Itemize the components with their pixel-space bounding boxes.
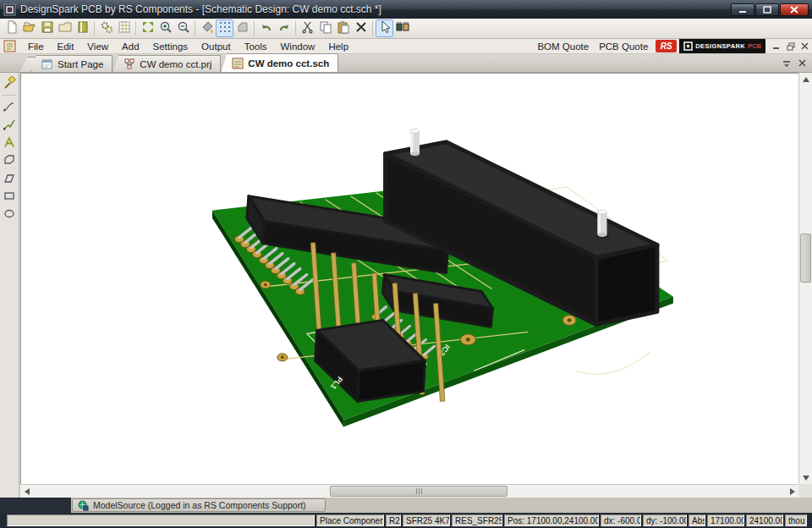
settings-gears-button[interactable] <box>97 19 115 37</box>
open-shape-tool-icon <box>3 171 16 184</box>
zoom-out-button[interactable] <box>174 19 192 37</box>
menu-window[interactable]: Window <box>274 40 322 53</box>
redo-button[interactable] <box>275 19 293 37</box>
mdi-restore-button[interactable] <box>783 41 798 52</box>
modelsource-button[interactable]: ModelSource (Logged in as RS Components … <box>72 498 326 512</box>
title-bar: DesignSpark PCB by RS Components - [Sche… <box>0 0 812 19</box>
horizontal-scroll-thumb[interactable] <box>330 486 508 497</box>
scroll-down-button[interactable] <box>799 471 812 484</box>
new-file-button[interactable] <box>3 19 20 37</box>
rectangle-tool-button[interactable] <box>1 187 18 204</box>
document-icon <box>3 40 16 52</box>
maximize-button[interactable] <box>755 3 779 16</box>
bom-quote-link[interactable]: BOM Quote <box>532 41 594 52</box>
status-dx: dx: -600.00 <box>601 514 641 526</box>
zoom-out-icon <box>177 20 190 36</box>
status-bar: Place Component R2 SFR25 4K7 RES_SFR25 P… <box>0 513 812 528</box>
menu-edit[interactable]: Edit <box>51 40 81 53</box>
thumb-grip <box>416 488 417 494</box>
close-button[interactable] <box>780 3 809 16</box>
tab-start-page[interactable]: Start Page <box>30 55 112 72</box>
scroll-right-button[interactable] <box>786 485 798 498</box>
scrollbar-corner <box>798 484 812 498</box>
tab-scroll-menu-button[interactable] <box>780 57 793 69</box>
tab-close-button[interactable] <box>796 57 809 69</box>
delete-button[interactable] <box>352 19 370 37</box>
library-icon <box>76 20 90 36</box>
scroll-left-button[interactable] <box>20 485 33 498</box>
status-ref: R2 <box>386 514 401 526</box>
text-tool-button[interactable] <box>1 134 18 151</box>
tab-project[interactable]: CW demo cct.prj <box>112 55 221 72</box>
tab-label: Start Page <box>58 59 103 69</box>
polyline-tool-button[interactable] <box>1 116 18 133</box>
grid-dots-icon <box>218 20 232 36</box>
tab-label: CW demo cct.sch <box>248 58 329 69</box>
paste-button[interactable] <box>334 19 352 37</box>
thumb-grip <box>419 488 420 494</box>
cut-button[interactable] <box>299 19 316 37</box>
designspark-logo: DESIGNSPARKPCB <box>679 39 765 53</box>
toolbar-separator <box>195 21 195 36</box>
library-button[interactable] <box>74 19 91 37</box>
zoom-in-button[interactable] <box>156 19 174 37</box>
schematic-icon <box>232 58 244 69</box>
status-abs-label: Abs <box>689 514 705 526</box>
polygon-tool-button[interactable] <box>1 151 18 168</box>
status-position: Pos: 17100.00,24100.00 <box>504 514 599 526</box>
select-pointer-button[interactable] <box>376 19 393 37</box>
minimize-button[interactable] <box>731 3 754 16</box>
ellipse-tool-button[interactable] <box>1 205 18 222</box>
undo-button[interactable] <box>257 19 275 37</box>
menu-add[interactable]: Add <box>115 40 145 53</box>
brand-text: DESIGNSPARK <box>695 42 745 50</box>
horizontal-scrollbar[interactable] <box>20 484 798 498</box>
mdi-minimize-button[interactable] <box>769 41 783 52</box>
close-file-button[interactable] <box>56 19 74 37</box>
toolbar-separator <box>254 21 255 36</box>
menu-output[interactable]: Output <box>195 40 238 53</box>
text-tool-icon <box>3 135 16 149</box>
vertical-scroll-thumb[interactable] <box>800 234 811 283</box>
connection-tool-button[interactable] <box>1 98 18 115</box>
save-button[interactable] <box>38 19 56 37</box>
start-page-icon <box>41 58 53 70</box>
menu-help[interactable]: Help <box>321 40 355 53</box>
grid-toggle-button[interactable] <box>216 19 233 37</box>
connection-tool-icon <box>3 100 16 113</box>
menu-view[interactable]: View <box>80 40 115 53</box>
polygon-tool-icon <box>3 153 16 167</box>
pointer-icon <box>378 20 392 36</box>
brand-sub-text: PCB <box>748 42 761 50</box>
design-grid-icon <box>118 20 131 36</box>
scroll-up-button[interactable] <box>799 73 812 85</box>
close-file-icon <box>58 20 72 36</box>
project-icon <box>123 58 135 70</box>
undo-icon <box>260 20 273 36</box>
status-mode: Place Component <box>316 514 384 526</box>
mitre-corner-button[interactable] <box>233 19 251 37</box>
design-grid-button[interactable] <box>115 19 133 37</box>
design-canvas[interactable]: IC2 <box>20 73 798 484</box>
status-abs-y: 24100.00 <box>746 514 783 526</box>
zoom-full-button[interactable] <box>139 19 156 37</box>
tab-schematic[interactable]: CW demo cct.sch <box>221 53 338 72</box>
vertical-scrollbar[interactable] <box>798 73 812 484</box>
highlight-tool-button[interactable] <box>1 74 18 91</box>
delete-x-icon <box>354 20 368 36</box>
menu-tools[interactable]: Tools <box>238 40 274 53</box>
mitre-corner-icon <box>236 20 250 36</box>
component-view-button[interactable] <box>393 19 411 37</box>
app-icon <box>3 3 16 16</box>
pcb-quote-link[interactable]: PCB Quote <box>594 41 653 52</box>
status-units: thou <box>785 514 807 526</box>
fill-color-button[interactable] <box>198 19 216 37</box>
copy-button[interactable] <box>316 19 334 37</box>
open-shape-tool-button[interactable] <box>1 169 18 186</box>
rectangle-tool-icon <box>3 189 16 202</box>
mdi-close-button[interactable] <box>798 41 812 52</box>
menu-settings[interactable]: Settings <box>146 40 195 53</box>
open-file-button[interactable] <box>20 19 38 37</box>
designspark-pcb-window: DesignSpark PCB by RS Components - [Sche… <box>0 0 812 528</box>
menu-file[interactable]: File <box>21 40 51 53</box>
